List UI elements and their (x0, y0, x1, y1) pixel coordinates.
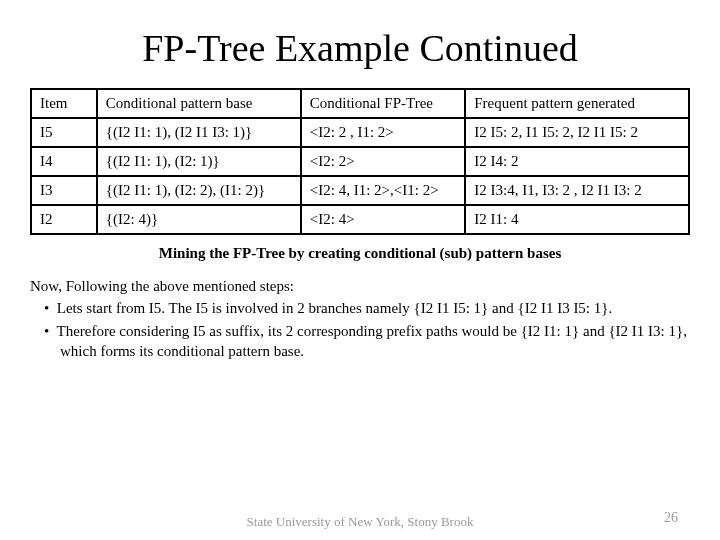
cell-cpb: {(I2 I1: 1), (I2: 1)} (97, 147, 301, 176)
cell-cpb: {(I2 I1: 1), (I2: 2), (I1: 2)} (97, 176, 301, 205)
cell-item: I2 (31, 205, 97, 234)
cell-freq: I2 I3:4, I1, I3: 2 , I2 I1 I3: 2 (465, 176, 689, 205)
cell-item: I5 (31, 118, 97, 147)
bullet-item: • Lets start from I5. The I5 is involved… (30, 298, 690, 318)
th-freq: Frequent pattern generated (465, 89, 689, 118)
body-text: Now, Following the above mentioned steps… (30, 276, 690, 361)
page-title: FP-Tree Example Continued (30, 26, 690, 70)
fp-table: Item Conditional pattern base Conditiona… (30, 88, 690, 235)
bullet-item: • Therefore considering I5 as suffix, it… (30, 321, 690, 362)
footer-org-text: State University of New York, Stony Broo… (247, 514, 474, 529)
bullet-text: Lets start from I5. The I5 is involved i… (57, 300, 612, 316)
cell-cfp: <I2: 4> (301, 205, 466, 234)
th-cfp: Conditional FP-Tree (301, 89, 466, 118)
cell-cpb: {(I2 I1: 1), (I2 I1 I3: 1)} (97, 118, 301, 147)
table-header-row: Item Conditional pattern base Conditiona… (31, 89, 689, 118)
table-row: I5 {(I2 I1: 1), (I2 I1 I3: 1)} <I2: 2 , … (31, 118, 689, 147)
cell-item: I4 (31, 147, 97, 176)
bullet-text: Therefore considering I5 as suffix, its … (56, 323, 686, 359)
cell-item: I3 (31, 176, 97, 205)
table-row: I3 {(I2 I1: 1), (I2: 2), (I1: 2)} <I2: 4… (31, 176, 689, 205)
cell-freq: I2 I4: 2 (465, 147, 689, 176)
slide: FP-Tree Example Continued Item Condition… (0, 0, 720, 540)
cell-cpb: {(I2: 4)} (97, 205, 301, 234)
cell-freq: I2 I1: 4 (465, 205, 689, 234)
lead-line: Now, Following the above mentioned steps… (30, 276, 690, 296)
table-row: I2 {(I2: 4)} <I2: 4> I2 I1: 4 (31, 205, 689, 234)
cell-freq: I2 I5: 2, I1 I5: 2, I2 I1 I5: 2 (465, 118, 689, 147)
table-caption: Mining the FP-Tree by creating condition… (30, 245, 690, 262)
th-item: Item (31, 89, 97, 118)
footer-org: State University of New York, Stony Broo… (0, 514, 720, 530)
th-cpb: Conditional pattern base (97, 89, 301, 118)
cell-cfp: <I2: 2 , I1: 2> (301, 118, 466, 147)
page-number: 26 (664, 510, 678, 526)
cell-cfp: <I2: 4, I1: 2>,<I1: 2> (301, 176, 466, 205)
cell-cfp: <I2: 2> (301, 147, 466, 176)
table-row: I4 {(I2 I1: 1), (I2: 1)} <I2: 2> I2 I4: … (31, 147, 689, 176)
